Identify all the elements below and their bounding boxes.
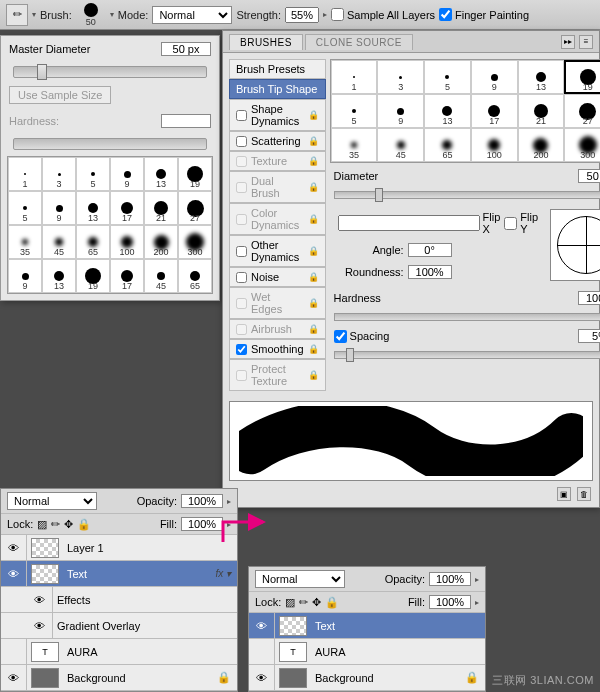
brush-presets-header[interactable]: Brush Presets <box>229 59 326 79</box>
spacing-slider[interactable] <box>334 351 600 359</box>
lock-pixels-icon-r[interactable]: ✏ <box>299 596 308 609</box>
layer-item[interactable]: 👁Text <box>249 613 485 639</box>
brush-preset-cell[interactable]: 65 <box>76 225 110 259</box>
brush-caret[interactable]: ▾ <box>110 10 114 19</box>
brush-preset-cell[interactable]: 300 <box>178 225 212 259</box>
layer-item[interactable]: 👁Textfx ▾ <box>1 561 237 587</box>
brush-preset-cell[interactable]: 5 <box>8 191 42 225</box>
brush-tip-cell[interactable]: 5 <box>331 94 378 128</box>
brush-preset-cell[interactable]: 19 <box>76 259 110 293</box>
brush-preset-cell[interactable]: 9 <box>8 259 42 293</box>
fill-input-right[interactable] <box>429 595 471 609</box>
brush-preset-cell[interactable]: 1 <box>8 157 42 191</box>
angle-control[interactable] <box>550 209 600 281</box>
visibility-toggle[interactable]: 👁 <box>249 613 275 638</box>
lock-all-icon-r[interactable]: 🔒 <box>325 596 339 609</box>
strength-caret[interactable]: ▸ <box>323 10 327 19</box>
finger-painting-checkbox[interactable]: Finger Painting <box>439 8 529 21</box>
layer-item[interactable]: 👁Layer 1 <box>1 535 237 561</box>
brush-option-smoothing[interactable]: Smoothing🔒 <box>229 339 326 359</box>
brush-preset-cell[interactable]: 21 <box>144 191 178 225</box>
brush-tip-cell[interactable]: 200 <box>518 128 565 162</box>
opacity-input-right[interactable] <box>429 572 471 586</box>
tab-clone-source[interactable]: CLONE SOURCE <box>305 34 413 50</box>
brush-picker[interactable]: 50 <box>76 3 106 27</box>
layer-item[interactable]: 👁Background🔒 <box>1 665 237 691</box>
brush-preset-cell[interactable]: 27 <box>178 191 212 225</box>
brush-option-other-dynamics[interactable]: Other Dynamics🔒 <box>229 235 326 267</box>
flip-y-checkbox[interactable]: Flip Y <box>504 211 538 235</box>
master-diameter-input[interactable] <box>161 42 211 56</box>
brush-preset-cell[interactable]: 19 <box>178 157 212 191</box>
brush-preset-cell[interactable]: 45 <box>144 259 178 293</box>
opacity-input-left[interactable] <box>181 494 223 508</box>
brush-preset-cell[interactable]: 100 <box>110 225 144 259</box>
tool-menu-caret[interactable]: ▾ <box>32 10 36 19</box>
new-brush-icon[interactable]: ▣ <box>557 487 571 501</box>
diameter-input[interactable] <box>578 169 600 183</box>
lock-transparency-icon[interactable]: ▨ <box>37 518 47 531</box>
lock-position-icon[interactable]: ✥ <box>64 518 73 531</box>
blend-mode-select-left[interactable]: Normal <box>7 492 97 510</box>
lock-all-icon[interactable]: 🔒 <box>77 518 91 531</box>
brush-preset-cell[interactable]: 13 <box>42 259 76 293</box>
visibility-toggle[interactable]: 👁 <box>1 665 27 690</box>
hardness-input2[interactable] <box>578 291 600 305</box>
brush-tip-cell[interactable]: 65 <box>424 128 471 162</box>
panel-menu-icon[interactable]: ≡ <box>579 35 593 49</box>
brush-tip-shape[interactable]: Brush Tip Shape <box>229 79 326 99</box>
brush-tip-cell[interactable]: 3 <box>377 60 424 94</box>
brush-preset-cell[interactable]: 3 <box>42 157 76 191</box>
mode-select[interactable]: Normal <box>152 6 232 24</box>
spacing-input[interactable] <box>578 329 600 343</box>
visibility-toggle[interactable]: 👁 <box>27 613 53 638</box>
flip-x-checkbox[interactable]: Flip X <box>338 211 501 235</box>
panel-collapse-icon[interactable]: ▸▸ <box>561 35 575 49</box>
brush-tip-cell[interactable]: 27 <box>564 94 600 128</box>
brush-tip-cell[interactable]: 45 <box>377 128 424 162</box>
brush-preset-cell[interactable]: 17 <box>110 259 144 293</box>
brush-preset-cell[interactable]: 45 <box>42 225 76 259</box>
smudge-tool-icon[interactable]: ✏ <box>6 4 28 26</box>
brush-tip-cell[interactable]: 35 <box>331 128 378 162</box>
visibility-toggle[interactable]: 👁 <box>1 535 27 560</box>
brush-preset-cell[interactable]: 17 <box>110 191 144 225</box>
visibility-toggle[interactable]: 👁 <box>27 587 53 612</box>
angle-input[interactable] <box>408 243 452 257</box>
layer-item[interactable]: 👁Effects <box>1 587 237 613</box>
tab-brushes[interactable]: BRUSHES <box>229 34 303 50</box>
brush-preset-grid[interactable]: 1359131959131721273545651002003009131917… <box>7 156 213 294</box>
layer-item[interactable]: TAURA <box>249 639 485 665</box>
brush-tip-grid[interactable]: 135913195913172127354565100200300 <box>330 59 600 163</box>
lock-position-icon-r[interactable]: ✥ <box>312 596 321 609</box>
brush-preset-cell[interactable]: 13 <box>76 191 110 225</box>
brush-option-scattering[interactable]: Scattering🔒 <box>229 131 326 151</box>
brush-tip-cell[interactable]: 21 <box>518 94 565 128</box>
layer-item[interactable]: 👁Gradient Overlay <box>1 613 237 639</box>
brush-preset-cell[interactable]: 5 <box>76 157 110 191</box>
brush-option-shape-dynamics[interactable]: Shape Dynamics🔒 <box>229 99 326 131</box>
delete-brush-icon[interactable]: 🗑 <box>577 487 591 501</box>
brush-tip-cell[interactable]: 5 <box>424 60 471 94</box>
brush-preset-cell[interactable]: 9 <box>42 191 76 225</box>
hardness-slider2[interactable] <box>334 313 600 321</box>
strength-input[interactable] <box>285 7 319 23</box>
spacing-checkbox[interactable]: Spacing <box>334 330 390 343</box>
brush-tip-cell[interactable]: 1 <box>331 60 378 94</box>
visibility-toggle[interactable]: 👁 <box>249 665 275 690</box>
brush-tip-cell[interactable]: 19 <box>564 60 600 94</box>
lock-pixels-icon[interactable]: ✏ <box>51 518 60 531</box>
brush-tip-cell[interactable]: 9 <box>471 60 518 94</box>
brush-preset-cell[interactable]: 65 <box>178 259 212 293</box>
layer-item[interactable]: TAURA <box>1 639 237 665</box>
layer-item[interactable]: 👁Background🔒 <box>249 665 485 691</box>
brush-preset-cell[interactable]: 13 <box>144 157 178 191</box>
sample-all-checkbox[interactable]: Sample All Layers <box>331 8 435 21</box>
visibility-toggle[interactable]: 👁 <box>1 561 27 586</box>
diameter-slider[interactable] <box>334 191 600 199</box>
brush-tip-cell[interactable]: 9 <box>377 94 424 128</box>
brush-tip-cell[interactable]: 100 <box>471 128 518 162</box>
visibility-toggle[interactable] <box>249 639 275 664</box>
brush-preset-cell[interactable]: 200 <box>144 225 178 259</box>
lock-transparency-icon-r[interactable]: ▨ <box>285 596 295 609</box>
